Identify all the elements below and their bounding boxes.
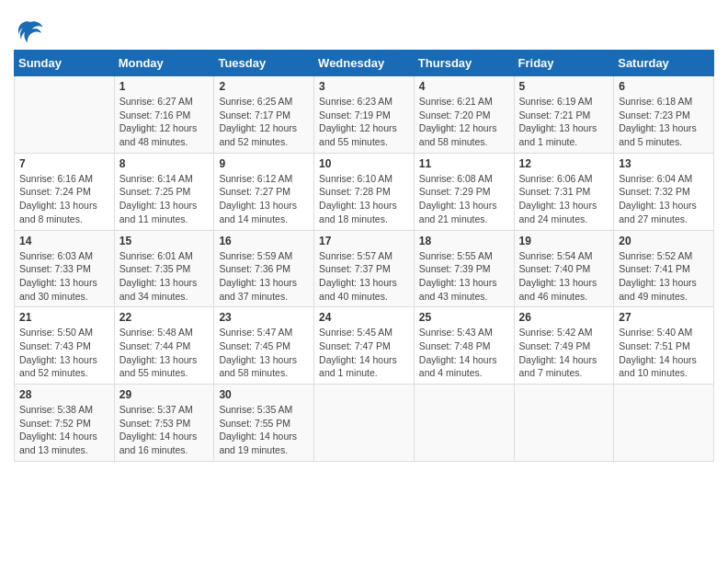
logo-bird-icon	[17, 17, 44, 44]
calendar-cell: 10Sunrise: 6:10 AM Sunset: 7:28 PM Dayli…	[314, 153, 415, 230]
day-number: 4	[419, 80, 509, 93]
week-row-5: 28Sunrise: 5:38 AM Sunset: 7:52 PM Dayli…	[15, 385, 714, 462]
day-number: 21	[19, 311, 109, 324]
day-number: 10	[319, 157, 409, 170]
calendar-cell: 18Sunrise: 5:55 AM Sunset: 7:39 PM Dayli…	[414, 230, 514, 307]
day-number: 30	[219, 388, 309, 401]
calendar-cell	[414, 385, 514, 462]
calendar-table: SundayMondayTuesdayWednesdayThursdayFrid…	[14, 50, 714, 462]
day-number: 25	[419, 311, 509, 324]
cell-content: Sunrise: 6:19 AM Sunset: 7:21 PM Dayligh…	[519, 95, 609, 149]
calendar-cell: 1Sunrise: 6:27 AM Sunset: 7:16 PM Daylig…	[114, 76, 214, 154]
cell-content: Sunrise: 6:16 AM Sunset: 7:24 PM Dayligh…	[19, 172, 109, 226]
calendar-cell: 25Sunrise: 5:43 AM Sunset: 7:48 PM Dayli…	[414, 307, 514, 385]
cell-content: Sunrise: 6:08 AM Sunset: 7:29 PM Dayligh…	[419, 172, 509, 226]
cell-content: Sunrise: 6:12 AM Sunset: 7:27 PM Dayligh…	[219, 172, 309, 226]
day-number: 29	[119, 388, 210, 401]
cell-content: Sunrise: 6:27 AM Sunset: 7:16 PM Dayligh…	[119, 95, 210, 149]
day-number: 3	[319, 80, 409, 93]
day-number: 9	[219, 157, 309, 170]
calendar-cell: 5Sunrise: 6:19 AM Sunset: 7:21 PM Daylig…	[514, 76, 614, 154]
calendar-cell: 4Sunrise: 6:21 AM Sunset: 7:20 PM Daylig…	[414, 76, 514, 154]
week-row-1: 1Sunrise: 6:27 AM Sunset: 7:16 PM Daylig…	[15, 76, 714, 154]
cell-content: Sunrise: 5:54 AM Sunset: 7:40 PM Dayligh…	[519, 249, 609, 304]
calendar-cell: 14Sunrise: 6:03 AM Sunset: 7:33 PM Dayli…	[15, 230, 115, 307]
calendar-cell	[314, 385, 415, 462]
week-row-4: 21Sunrise: 5:50 AM Sunset: 7:43 PM Dayli…	[15, 307, 714, 385]
day-number: 14	[19, 235, 109, 247]
calendar-cell: 19Sunrise: 5:54 AM Sunset: 7:40 PM Dayli…	[514, 230, 614, 307]
day-number: 13	[619, 157, 709, 170]
cell-content: Sunrise: 6:14 AM Sunset: 7:25 PM Dayligh…	[119, 172, 210, 226]
calendar-cell: 8Sunrise: 6:14 AM Sunset: 7:25 PM Daylig…	[114, 153, 214, 230]
calendar-cell: 27Sunrise: 5:40 AM Sunset: 7:51 PM Dayli…	[614, 307, 714, 385]
page-header	[14, 9, 714, 44]
cell-content: Sunrise: 5:55 AM Sunset: 7:39 PM Dayligh…	[419, 249, 509, 304]
calendar-cell: 17Sunrise: 5:57 AM Sunset: 7:37 PM Dayli…	[314, 230, 415, 307]
calendar-cell	[15, 76, 115, 154]
day-number: 22	[119, 311, 210, 324]
weekday-header-friday: Friday	[514, 51, 614, 76]
weekday-header-row: SundayMondayTuesdayWednesdayThursdayFrid…	[15, 51, 714, 76]
cell-content: Sunrise: 6:03 AM Sunset: 7:33 PM Dayligh…	[19, 249, 109, 304]
weekday-header-saturday: Saturday	[614, 51, 714, 76]
calendar-cell: 7Sunrise: 6:16 AM Sunset: 7:24 PM Daylig…	[15, 153, 115, 230]
calendar-cell: 24Sunrise: 5:45 AM Sunset: 7:47 PM Dayli…	[314, 307, 415, 385]
cell-content: Sunrise: 5:37 AM Sunset: 7:53 PM Dayligh…	[119, 403, 210, 457]
day-number: 8	[119, 157, 210, 170]
calendar-cell: 16Sunrise: 5:59 AM Sunset: 7:36 PM Dayli…	[214, 230, 314, 307]
calendar-cell	[514, 385, 614, 462]
week-row-3: 14Sunrise: 6:03 AM Sunset: 7:33 PM Dayli…	[15, 230, 714, 307]
logo	[14, 17, 44, 44]
calendar-cell: 13Sunrise: 6:04 AM Sunset: 7:32 PM Dayli…	[614, 153, 714, 230]
calendar-cell: 20Sunrise: 5:52 AM Sunset: 7:41 PM Dayli…	[614, 230, 714, 307]
calendar-cell: 21Sunrise: 5:50 AM Sunset: 7:43 PM Dayli…	[15, 307, 115, 385]
calendar-cell: 28Sunrise: 5:38 AM Sunset: 7:52 PM Dayli…	[15, 385, 115, 462]
cell-content: Sunrise: 5:42 AM Sunset: 7:49 PM Dayligh…	[519, 326, 609, 380]
calendar-cell: 29Sunrise: 5:37 AM Sunset: 7:53 PM Dayli…	[114, 385, 214, 462]
weekday-header-thursday: Thursday	[414, 51, 514, 76]
weekday-header-tuesday: Tuesday	[214, 51, 314, 76]
day-number: 23	[219, 311, 309, 324]
cell-content: Sunrise: 5:59 AM Sunset: 7:36 PM Dayligh…	[219, 249, 309, 304]
day-number: 18	[419, 235, 509, 247]
cell-content: Sunrise: 5:45 AM Sunset: 7:47 PM Dayligh…	[319, 326, 409, 380]
cell-content: Sunrise: 6:06 AM Sunset: 7:31 PM Dayligh…	[519, 172, 609, 226]
day-number: 24	[319, 311, 409, 324]
day-number: 12	[519, 157, 609, 170]
cell-content: Sunrise: 6:23 AM Sunset: 7:19 PM Dayligh…	[319, 95, 409, 149]
cell-content: Sunrise: 6:01 AM Sunset: 7:35 PM Dayligh…	[119, 249, 210, 304]
day-number: 19	[519, 235, 609, 247]
cell-content: Sunrise: 5:38 AM Sunset: 7:52 PM Dayligh…	[19, 403, 109, 457]
day-number: 6	[619, 80, 709, 93]
cell-content: Sunrise: 6:04 AM Sunset: 7:32 PM Dayligh…	[619, 172, 709, 226]
cell-content: Sunrise: 6:10 AM Sunset: 7:28 PM Dayligh…	[319, 172, 409, 226]
day-number: 7	[19, 157, 109, 170]
day-number: 5	[519, 80, 609, 93]
cell-content: Sunrise: 5:50 AM Sunset: 7:43 PM Dayligh…	[19, 326, 109, 380]
week-row-2: 7Sunrise: 6:16 AM Sunset: 7:24 PM Daylig…	[15, 153, 714, 230]
day-number: 16	[219, 235, 309, 247]
calendar-cell: 15Sunrise: 6:01 AM Sunset: 7:35 PM Dayli…	[114, 230, 214, 307]
day-number: 17	[319, 235, 409, 247]
cell-content: Sunrise: 5:57 AM Sunset: 7:37 PM Dayligh…	[319, 249, 409, 304]
calendar-cell: 30Sunrise: 5:35 AM Sunset: 7:55 PM Dayli…	[214, 385, 314, 462]
day-number: 1	[119, 80, 210, 93]
day-number: 26	[519, 311, 609, 324]
weekday-header-monday: Monday	[114, 51, 214, 76]
day-number: 15	[119, 235, 210, 247]
calendar-cell: 3Sunrise: 6:23 AM Sunset: 7:19 PM Daylig…	[314, 76, 415, 154]
calendar-cell: 2Sunrise: 6:25 AM Sunset: 7:17 PM Daylig…	[214, 76, 314, 154]
calendar-cell: 23Sunrise: 5:47 AM Sunset: 7:45 PM Dayli…	[214, 307, 314, 385]
cell-content: Sunrise: 5:52 AM Sunset: 7:41 PM Dayligh…	[619, 249, 709, 304]
cell-content: Sunrise: 5:40 AM Sunset: 7:51 PM Dayligh…	[619, 326, 709, 380]
cell-content: Sunrise: 5:35 AM Sunset: 7:55 PM Dayligh…	[219, 403, 309, 457]
weekday-header-sunday: Sunday	[15, 51, 115, 76]
day-number: 20	[619, 235, 709, 247]
cell-content: Sunrise: 5:48 AM Sunset: 7:44 PM Dayligh…	[119, 326, 210, 380]
calendar-cell	[614, 385, 714, 462]
calendar-cell: 9Sunrise: 6:12 AM Sunset: 7:27 PM Daylig…	[214, 153, 314, 230]
calendar-cell: 6Sunrise: 6:18 AM Sunset: 7:23 PM Daylig…	[614, 76, 714, 154]
cell-content: Sunrise: 5:47 AM Sunset: 7:45 PM Dayligh…	[219, 326, 309, 380]
cell-content: Sunrise: 6:25 AM Sunset: 7:17 PM Dayligh…	[219, 95, 309, 149]
